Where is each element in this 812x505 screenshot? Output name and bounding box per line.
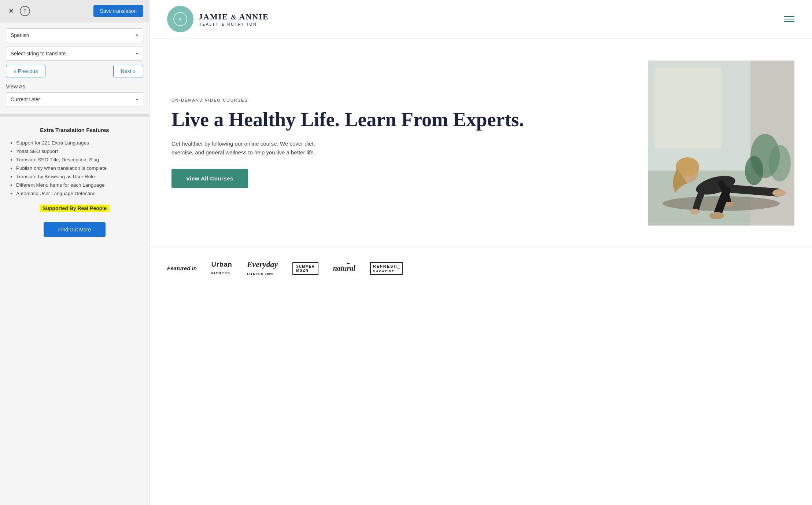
- previous-button[interactable]: « Previous: [6, 65, 45, 77]
- menu-line-3: [784, 21, 794, 22]
- featured-section: Featured In UrbanFITNESS EverydayFITNESS…: [150, 248, 812, 289]
- logo-main-text: JAMIE & ANNIE: [199, 12, 269, 22]
- controls-area: Spanish French German Italian Portuguese…: [0, 22, 149, 83]
- hero-label: ON-DEMAND VIDEO COURSES: [171, 98, 633, 102]
- view-as-section: View As Current User Administrator Guest: [0, 83, 149, 112]
- supported-container: Supported By Real People: [7, 198, 142, 216]
- main-content: & JAMIE & ANNIE HEALTH & NUTRITION ON-DE…: [150, 0, 812, 505]
- brand-urban: UrbanFITNESS: [211, 261, 232, 276]
- nav-buttons: « Previous Next »: [6, 65, 143, 77]
- hero-image: [648, 61, 794, 226]
- hero-section: ON-DEMAND VIDEO COURSES Live a Healthy L…: [150, 39, 812, 248]
- svg-point-15: [772, 189, 786, 197]
- language-select-wrapper: Spanish French German Italian Portuguese: [6, 28, 143, 42]
- string-select-wrapper: Select string to translate...: [6, 47, 143, 61]
- help-button[interactable]: ?: [20, 6, 30, 16]
- site-header: & JAMIE & ANNIE HEALTH & NUTRITION: [150, 0, 812, 39]
- yoga-figure-image: [648, 61, 794, 226]
- logo-text-block: JAMIE & ANNIE HEALTH & NUTRITION: [199, 12, 269, 26]
- list-item: Different Menu Items for each Language: [16, 181, 142, 190]
- list-item: Publish only when translation is complet…: [16, 164, 142, 173]
- close-button[interactable]: ✕: [6, 6, 16, 16]
- logo-icon: &: [173, 12, 188, 26]
- string-select[interactable]: Select string to translate...: [6, 47, 143, 61]
- yoga-svg: [648, 61, 794, 226]
- list-item: Support for 221 Extra Languages: [16, 139, 142, 147]
- svg-point-8: [745, 156, 763, 185]
- save-translation-button[interactable]: Save translation: [93, 5, 143, 17]
- svg-point-16: [709, 212, 724, 219]
- list-item: Translate by Browsing as User Role: [16, 173, 142, 181]
- hero-description: Get healthier by following our online co…: [171, 139, 333, 157]
- logo-ampersand: &: [231, 14, 237, 21]
- hero-left: ON-DEMAND VIDEO COURSES Live a Healthy L…: [171, 61, 648, 226]
- view-as-select-wrapper: Current User Administrator Guest: [6, 92, 143, 106]
- list-item: Automatic User Language Detection: [16, 190, 142, 198]
- logo-area: & JAMIE & ANNIE HEALTH & NUTRITION: [167, 6, 269, 32]
- list-item: Translate SEO Title, Description, Slug: [16, 156, 142, 164]
- featured-label: Featured In: [167, 265, 197, 271]
- view-all-courses-button[interactable]: View All Courses: [171, 169, 248, 188]
- find-out-more-button[interactable]: Find Out More: [44, 222, 106, 237]
- menu-line-2: [784, 19, 794, 19]
- brands-row: UrbanFITNESS EverydayFITNESS 2020 SUMMER…: [211, 260, 794, 277]
- brand-natural: natural: [333, 264, 355, 272]
- extra-features-title: Extra Translation Features: [7, 127, 142, 133]
- supported-by-label: Supported By Real People: [40, 205, 110, 212]
- extra-features-section: Extra Translation Features Support for 2…: [0, 118, 149, 246]
- view-as-select[interactable]: Current User Administrator Guest: [6, 92, 143, 106]
- svg-point-13: [690, 209, 699, 215]
- view-as-label: View As: [6, 83, 143, 89]
- svg-point-7: [769, 145, 791, 182]
- hero-title: Live a Healthy Life. Learn From Experts.: [171, 109, 633, 131]
- list-item: Yoast SEO support: [16, 147, 142, 156]
- svg-text:&: &: [179, 17, 182, 21]
- panel-divider: [0, 114, 149, 117]
- translation-panel: ✕ ? Save translation Spanish French Germ…: [0, 0, 150, 505]
- logo-sub-text: HEALTH & NUTRITION: [199, 22, 269, 26]
- hamburger-menu-icon[interactable]: [784, 16, 794, 22]
- brand-summer: SUMMERMGZN: [292, 262, 318, 275]
- language-select[interactable]: Spanish French German Italian Portuguese: [6, 28, 143, 42]
- panel-top-bar: ✕ ? Save translation: [0, 0, 149, 22]
- brand-everyday: EverydayFITNESS 2020: [247, 260, 278, 277]
- menu-line-1: [784, 16, 794, 17]
- features-list: Support for 221 Extra Languages Yoast SE…: [7, 139, 142, 198]
- brand-refresh: REFRESH_MAGAZINE: [370, 262, 403, 275]
- svg-rect-5: [655, 68, 721, 149]
- next-button[interactable]: Next »: [113, 65, 143, 77]
- logo-circle: &: [167, 6, 193, 32]
